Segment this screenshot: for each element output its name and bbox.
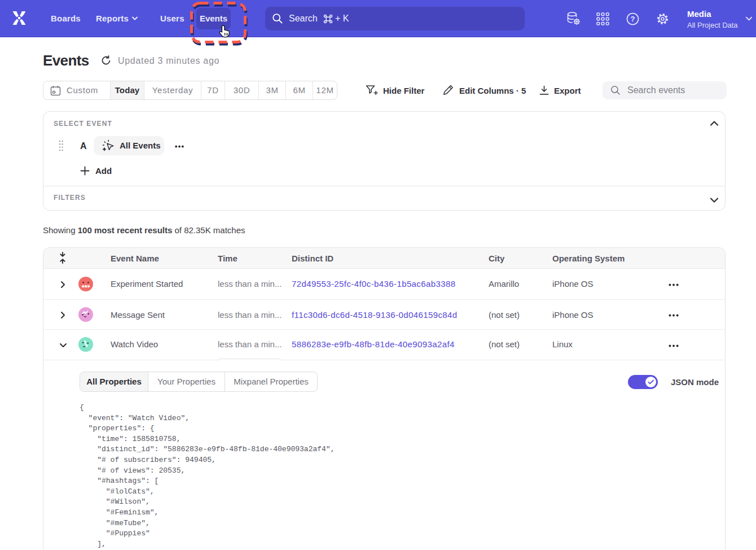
svg-text:?: ? <box>631 15 635 23</box>
